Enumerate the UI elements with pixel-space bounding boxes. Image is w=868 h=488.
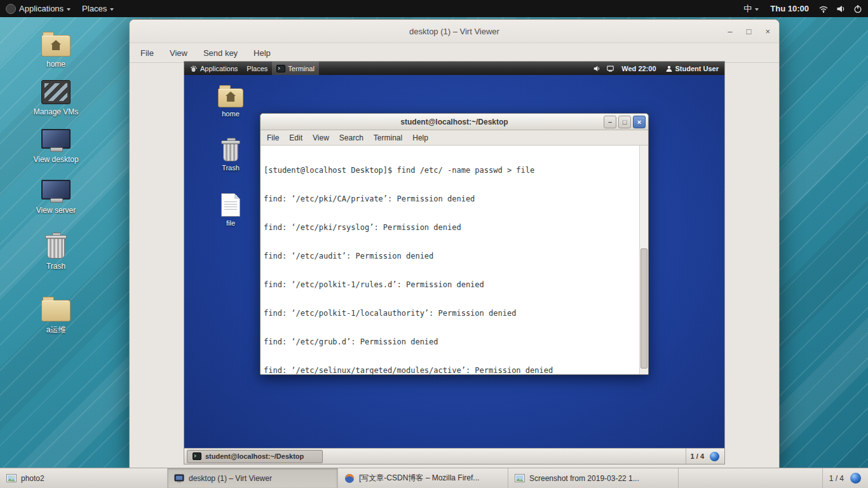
host-places-menu[interactable]: Places: [76, 0, 119, 17]
menu-view[interactable]: View: [170, 48, 187, 58]
taskbar-item-label: photo2: [21, 474, 44, 483]
desktop-icon-folder[interactable]: a运维: [27, 300, 85, 336]
menu-view[interactable]: View: [313, 133, 329, 142]
guest-applications-label: Applications: [200, 65, 238, 72]
guest-active-app-label: Terminal: [288, 65, 315, 72]
host-clock-label: Thu 10:00: [770, 4, 809, 13]
home-folder-icon: [41, 35, 71, 57]
guest-screen[interactable]: Applications Places Terminal: [184, 62, 724, 464]
trash-icon: [47, 238, 65, 259]
menu-send-key[interactable]: Send key: [203, 48, 238, 58]
host-taskbar: photo2 desktop (1) – Virt Viewer [写文章-CS…: [0, 468, 868, 488]
workspace-orb-icon: [850, 472, 862, 484]
close-button[interactable]: ×: [765, 27, 770, 36]
guest-display-status[interactable]: [604, 62, 617, 75]
chevron-down-icon: [67, 8, 71, 11]
terminal-line: find: ‘/etc/selinux/targeted/modules/act…: [264, 366, 638, 374]
taskbar-item-firefox[interactable]: [写文章-CSDN博客 – Mozilla Firef...: [338, 468, 508, 488]
guest-volume-status[interactable]: [590, 62, 604, 75]
volume-status[interactable]: [832, 0, 850, 17]
image-icon: [6, 474, 17, 482]
terminal-body[interactable]: [student@localhost Desktop]$ find /etc/ …: [261, 146, 648, 374]
minimize-button[interactable]: –: [604, 116, 616, 128]
desktop-icon-trash[interactable]: Trash: [27, 234, 85, 271]
display-icon: [606, 65, 614, 72]
chevron-down-icon: [110, 8, 114, 11]
close-button[interactable]: ×: [633, 116, 646, 128]
menu-edit[interactable]: Edit: [289, 133, 302, 142]
guest-topbar: Applications Places Terminal: [184, 62, 724, 75]
taskbar-item-photo2[interactable]: photo2: [0, 468, 168, 488]
desktop-icon-label: Manage VMs: [32, 107, 81, 116]
guest-desktop-icon-home[interactable]: home: [210, 88, 251, 118]
taskbar-item-label: [写文章-CSDN博客 – Mozilla Firef...: [359, 473, 479, 484]
desktop-icon-label: a运维: [44, 325, 68, 336]
desktop-icon-label: home: [44, 60, 67, 69]
terminal-icon: [193, 452, 201, 460]
desktop-icon-view-desktop[interactable]: View desktop: [27, 129, 85, 164]
guest-taskbar: student@localhost:~/Desktop 1 / 4: [184, 448, 724, 464]
workspace-orb-icon: [709, 451, 720, 462]
menu-file[interactable]: File: [140, 48, 154, 58]
terminal-titlebar[interactable]: student@localhost:~/Desktop – □ ×: [261, 114, 648, 130]
menu-terminal[interactable]: Terminal: [374, 133, 402, 142]
host-clock[interactable]: Thu 10:00: [764, 0, 815, 17]
terminal-window: student@localhost:~/Desktop – □ × File E…: [260, 113, 649, 375]
input-method-menu[interactable]: 中: [738, 0, 764, 17]
desktop-icon-label: View desktop: [31, 155, 80, 164]
guest-applications-menu[interactable]: Applications: [184, 62, 242, 75]
taskbar-item-label: desktop (1) – Virt Viewer: [189, 474, 272, 483]
maximize-button[interactable]: □: [618, 116, 631, 128]
screen: Applications Places 中 Thu 10:00: [0, 0, 868, 488]
desktop-icon-manage-vms[interactable]: Manage VMs: [27, 80, 85, 116]
terminal-line: find: ‘/etc/pki/CA/private’: Permission …: [264, 194, 638, 204]
power-icon: [853, 4, 862, 13]
monitor-icon: [41, 180, 71, 203]
menu-file[interactable]: File: [267, 133, 279, 142]
power-menu[interactable]: [850, 0, 868, 17]
guest-workspace-switcher[interactable]: 1 / 4: [686, 449, 724, 464]
virt-viewer-menubar: File View Send key Help: [130, 43, 779, 63]
input-method-label: 中: [743, 3, 752, 15]
guest-places-label: Places: [247, 65, 268, 72]
terminal-line: find: ‘/etc/polkit-1/localauthority’: Pe…: [264, 309, 638, 318]
maximize-button[interactable]: □: [747, 27, 752, 36]
terminal-menubar: File Edit View Search Terminal Help: [261, 130, 648, 146]
guest-active-app-menu[interactable]: Terminal: [272, 62, 319, 75]
guest-places-menu[interactable]: Places: [242, 62, 272, 75]
guest-taskbar-item-terminal[interactable]: student@localhost:~/Desktop: [187, 450, 323, 463]
gnome-foot-icon: [190, 65, 198, 72]
taskbar-item-virt-viewer[interactable]: desktop (1) – Virt Viewer: [168, 468, 338, 488]
guest-taskbar-item-label: student@localhost:~/Desktop: [205, 452, 304, 460]
terminal-line: [student@localhost Desktop]$ find /etc/ …: [264, 166, 638, 175]
desktop-icon-home[interactable]: home: [27, 35, 85, 69]
guest-workspace-label: 1 / 4: [691, 452, 704, 460]
terminal-icon: [276, 65, 285, 72]
monitor-icon: [41, 129, 71, 152]
guest-clock-label: Wed 22:00: [621, 65, 656, 72]
minimize-button[interactable]: –: [728, 27, 732, 36]
scrollbar-thumb[interactable]: [641, 248, 648, 369]
guest-desktop-icon-trash[interactable]: Trash: [210, 139, 251, 172]
guest-clock[interactable]: Wed 22:00: [617, 62, 660, 75]
virt-viewer-window: desktop (1) – Virt Viewer – □ × File Vie…: [129, 19, 780, 468]
host-applications-label: Applications: [19, 4, 64, 13]
image-icon: [515, 474, 525, 482]
guest-user-menu[interactable]: Student User: [661, 62, 724, 75]
terminal-output: [student@localhost Desktop]$ find /etc/ …: [264, 147, 638, 373]
menu-search[interactable]: Search: [339, 133, 363, 142]
chevron-down-icon: [755, 8, 759, 11]
desktop-icon-view-server[interactable]: View server: [27, 180, 85, 215]
guest-desktop-icon-label: Trash: [222, 164, 240, 172]
host-workspace-switcher[interactable]: 1 / 4: [822, 468, 868, 488]
menu-help[interactable]: Help: [254, 48, 271, 58]
host-applications-menu[interactable]: Applications: [0, 0, 76, 17]
terminal-scrollbar[interactable]: [639, 146, 648, 374]
desktop-icon-label: View server: [34, 206, 78, 215]
wifi-status[interactable]: [815, 0, 832, 17]
menu-help[interactable]: Help: [412, 133, 428, 142]
taskbar-item-screenshot[interactable]: Screenshot from 2019-03-22 1...: [508, 468, 679, 488]
virt-viewer-titlebar[interactable]: desktop (1) – Virt Viewer – □ ×: [130, 20, 779, 43]
guest-desktop-icon-file[interactable]: file: [210, 193, 251, 227]
guest-desktop-icon-label: home: [222, 110, 240, 118]
